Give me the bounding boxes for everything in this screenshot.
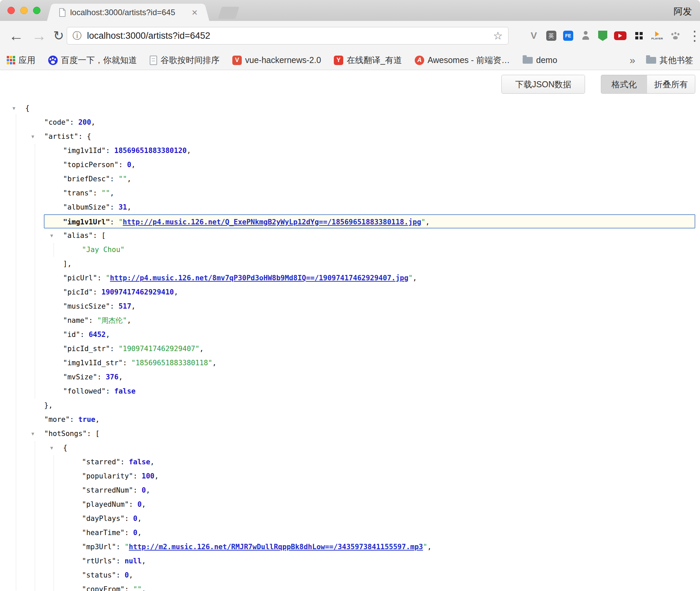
collapse-toggle-icon[interactable]: ▼ [50, 228, 53, 243]
format-button[interactable]: 格式化 [601, 75, 647, 94]
json-token-n: 0 [127, 161, 132, 169]
json-token-k: "trans" [63, 189, 93, 197]
json-url-link[interactable]: http://p4.music.126.net/Q_ExePNkmgB2yWyL… [123, 218, 421, 226]
json-token-k: "popularity" [82, 472, 133, 480]
json-line: "mp3Url": "http://m2.music.126.net/RMJR7… [0, 540, 700, 554]
json-token-p: , [137, 529, 142, 537]
address-bar[interactable]: ⓘ localhost:3000/artists?id=6452 ☆ [67, 27, 508, 44]
menu-icon[interactable]: ⋮ [688, 28, 695, 43]
collapse-toggle-icon[interactable]: ▼ [50, 441, 53, 455]
qr-extension-icon[interactable] [633, 30, 645, 41]
youtube-extension-icon[interactable] [614, 31, 626, 40]
json-token-p: : [106, 387, 114, 395]
json-line: "Jay Chou" [0, 243, 700, 257]
json-line: ▼{ [0, 441, 700, 455]
close-window-button[interactable] [7, 7, 15, 14]
bookmark-star-icon[interactable]: ☆ [493, 29, 503, 42]
player-extension-icon[interactable]: PLAYER [651, 30, 663, 41]
paw-extension-icon[interactable] [670, 30, 681, 41]
json-line: "code": 200, [0, 115, 700, 129]
json-line: "picUrl": "http://p4.music.126.net/8mv7q… [0, 271, 700, 285]
json-token-p: , [174, 288, 178, 296]
collapse-toggle-icon[interactable]: ▼ [31, 129, 34, 144]
traffic-lights [7, 7, 40, 14]
profile-name[interactable]: 阿发 [674, 5, 692, 18]
json-line: "musicSize": 517, [0, 299, 700, 313]
json-token-s: " [124, 543, 129, 551]
translate-extension-icon[interactable]: 英 [546, 31, 556, 41]
json-token-p: : [123, 359, 131, 367]
json-token-p: : [80, 331, 89, 339]
json-token-p: : [110, 203, 118, 211]
json-token-p: , [142, 585, 146, 591]
json-token-p: : [97, 373, 106, 381]
new-tab-button[interactable] [218, 7, 239, 19]
json-line: "briefDesc": "", [0, 172, 700, 186]
json-token-p: , [154, 472, 159, 480]
json-token-n: 200 [78, 118, 91, 126]
other-bookmarks-folder[interactable]: 其他书签 [646, 55, 693, 66]
bookmark-label: vue-hackernews-2.0 [245, 55, 321, 65]
bookmark-google-sort[interactable]: 谷歌按时间排序 [150, 55, 220, 66]
reload-button-icon[interactable]: ↻ [53, 21, 64, 51]
json-token-p: : [ [93, 231, 106, 240]
json-line: "topicPerson": 0, [0, 158, 700, 172]
vue-devtools-extension-icon[interactable]: V [528, 30, 539, 41]
vue-icon: V [232, 56, 242, 65]
json-line: "picId": 19097417462929410, [0, 285, 700, 299]
json-token-k: "briefDesc" [63, 175, 110, 183]
json-token-p: : [106, 147, 114, 155]
bookmark-baidu[interactable]: 百度一下，你就知道 [48, 55, 137, 66]
bookmark-youdao[interactable]: Y在线翻译_有道 [334, 55, 402, 66]
json-token-p: : { [78, 132, 91, 141]
tab-bar: localhost:3000/artists?id=645 × 阿发 [0, 0, 700, 21]
bookmarks-right: » 其他书签 [630, 55, 693, 66]
json-line: "img1v1Id_str": "18569651883380118", [0, 356, 700, 370]
url-text[interactable]: localhost:3000/artists?id=6452 [87, 31, 493, 41]
json-token-b: false [114, 387, 136, 395]
person-extension-icon[interactable] [580, 30, 591, 41]
collapse-toggle-icon[interactable]: ▼ [12, 101, 15, 115]
bookmark-vue-hackernews[interactable]: Vvue-hackernews-2.0 [232, 55, 321, 65]
collapse-all-button[interactable]: 折叠所有 [647, 75, 695, 94]
json-url-link[interactable]: http://m2.music.126.net/RMJR7wDullRqppBk… [129, 543, 423, 551]
bookmarks-overflow-icon[interactable]: » [630, 55, 635, 66]
json-token-b: true [78, 415, 95, 424]
json-token-p: : [110, 218, 118, 226]
json-token-u: null [124, 557, 142, 565]
json-token-k: "topicPerson" [63, 161, 118, 169]
tab-close-icon[interactable]: × [192, 7, 198, 18]
site-info-icon[interactable]: ⓘ [72, 30, 82, 42]
json-token-s: " [408, 274, 413, 282]
json-token-s: "" [133, 585, 142, 591]
json-line: ▼"hotSongs": [ [0, 427, 700, 441]
json-token-p: : [110, 175, 118, 183]
json-token-p: : [89, 316, 97, 324]
download-json-button[interactable]: 下载JSON数据 [501, 75, 585, 94]
json-token-k: "rtUrls" [82, 557, 116, 565]
json-token-k: "more" [44, 415, 70, 424]
bookmark-demo[interactable]: demo [523, 55, 557, 65]
json-token-k: "starred" [82, 458, 120, 466]
json-token-k: "artist" [44, 132, 78, 141]
play-icon [618, 34, 622, 38]
bookmark-awesomes[interactable]: AAwesomes - 前端资… [415, 55, 510, 66]
bookmark-apps[interactable]: 应用 [7, 55, 35, 66]
json-token-s: " [423, 543, 427, 551]
browser-tab[interactable]: localhost:3000/artists?id=645 × [53, 4, 203, 21]
bookmark-label: 百度一下，你就知道 [61, 55, 137, 66]
shield-extension-icon[interactable] [598, 31, 607, 41]
json-url-link[interactable]: http://p4.music.126.net/8mv7qP30Pd3oHW8b… [110, 274, 408, 282]
minimize-window-button[interactable] [20, 7, 28, 14]
zoom-window-button[interactable] [33, 7, 40, 14]
bookmarks-bar: 应用百度一下，你就知道谷歌按时间排序Vvue-hackernews-2.0Y在线… [0, 51, 700, 70]
json-token-k: "img1v1Id" [63, 147, 106, 155]
json-line: ▼"artist": { [0, 129, 700, 144]
json-token-k: "copyFrom" [82, 585, 124, 591]
json-token-p: : [118, 161, 127, 169]
back-button-icon[interactable]: ← [9, 21, 24, 51]
json-token-n: 100 [142, 472, 154, 480]
json-token-p: , [142, 500, 146, 508]
fe-extension-icon[interactable]: FE [563, 31, 573, 41]
collapse-toggle-icon[interactable]: ▼ [31, 427, 34, 441]
